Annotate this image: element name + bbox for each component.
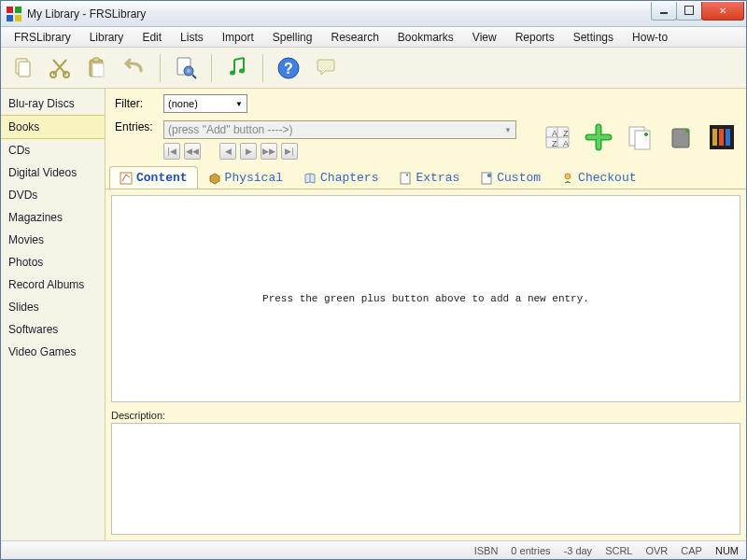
svg-rect-0: [7, 7, 13, 13]
nav-first-button[interactable]: |◀: [163, 143, 180, 160]
tab-chapters[interactable]: Chapters: [293, 166, 388, 189]
action-buttons: AZZA: [524, 120, 737, 152]
svg-rect-31: [719, 129, 724, 146]
physical-icon: [208, 172, 221, 185]
minimize-button[interactable]: [651, 2, 677, 21]
content-message: Press the green plus button above to add…: [262, 293, 589, 304]
menu-settings[interactable]: Settings: [564, 29, 623, 46]
search-page-button[interactable]: [170, 52, 202, 84]
statusbar: ISBN 0 entries -3 day SCRL OVR CAP NUM: [1, 540, 746, 559]
status-isbn: ISBN: [472, 545, 500, 556]
sidebar-item-video-games[interactable]: Video Games: [1, 341, 105, 363]
library-button[interactable]: [707, 122, 737, 152]
content-icon: [120, 172, 133, 185]
svg-text:A: A: [563, 139, 569, 148]
filter-row: Filter: (none) ▼: [106, 89, 746, 119]
svg-rect-1: [15, 7, 21, 13]
status-day: -3 day: [562, 545, 595, 556]
svg-rect-34: [401, 173, 410, 184]
tab-label: Custom: [497, 171, 541, 185]
menu-research[interactable]: Research: [321, 29, 388, 46]
sort-button[interactable]: AZZA: [543, 122, 572, 152]
sidebar-item-cds[interactable]: CDs: [1, 139, 105, 161]
comment-button[interactable]: [310, 52, 342, 84]
menubar: FRSLibraryLibraryEditListsImportSpelling…: [1, 27, 746, 48]
status-num: NUM: [713, 545, 740, 556]
new-folder-button[interactable]: [666, 122, 696, 152]
sidebar-item-books[interactable]: Books: [1, 115, 105, 139]
svg-line-14: [192, 75, 196, 78]
tab-checkout[interactable]: Checkout: [551, 166, 646, 189]
description-textbox[interactable]: [111, 423, 740, 535]
entries-placeholder: (press "Add" button ---->): [168, 123, 293, 136]
menu-frslibrary[interactable]: FRSLibrary: [5, 29, 80, 46]
window-title: My Library - FRSLibrary: [27, 7, 652, 21]
sidebar-item-movies[interactable]: Movies: [1, 229, 105, 251]
menu-lists[interactable]: Lists: [171, 29, 213, 46]
custom-icon: [480, 172, 493, 185]
filter-label: Filter:: [115, 97, 156, 110]
maximize-button[interactable]: [676, 2, 702, 21]
entries-label: Entries:: [115, 120, 156, 133]
help-button[interactable]: ?: [273, 52, 304, 84]
entries-combo[interactable]: (press "Add" button ---->) ▼: [163, 120, 516, 139]
sidebar-item-digital-videos[interactable]: Digital Videos: [1, 161, 105, 184]
paste-button[interactable]: [81, 52, 113, 84]
status-scrl: SCRL: [603, 545, 634, 556]
svg-point-15: [230, 70, 235, 75]
duplicate-button[interactable]: [625, 122, 655, 152]
nav-next-page-button[interactable]: ▶▶: [261, 143, 277, 160]
svg-rect-10: [92, 63, 104, 77]
menu-view[interactable]: View: [463, 29, 506, 46]
add-button[interactable]: [584, 122, 613, 152]
sidebar-item-dvds[interactable]: DVDs: [1, 184, 105, 206]
tabs: ContentPhysicalChaptersExtrasCustomCheck…: [106, 165, 746, 189]
sidebar-item-record-albums[interactable]: Record Albums: [1, 273, 105, 296]
tab-custom[interactable]: Custom: [470, 166, 551, 189]
menu-spelling[interactable]: Spelling: [263, 29, 322, 46]
description-area: Description:: [111, 408, 740, 535]
filter-value: (none): [168, 98, 198, 109]
svg-rect-3: [15, 15, 21, 21]
menu-library[interactable]: Library: [80, 29, 134, 46]
menu-edit[interactable]: Edit: [133, 29, 171, 46]
sidebar: Blu-ray DiscsBooksCDsDigital VideosDVDsM…: [1, 89, 106, 540]
close-button[interactable]: [701, 2, 744, 21]
music-button[interactable]: [221, 52, 253, 84]
nav-buttons: |◀ ◀◀ ◀ ▶ ▶▶ ▶|: [163, 143, 516, 160]
sidebar-item-magazines[interactable]: Magazines: [1, 206, 105, 229]
tab-extras[interactable]: Extras: [388, 166, 470, 189]
sidebar-item-softwares[interactable]: Softwares: [1, 318, 105, 341]
tab-content[interactable]: Content: [109, 166, 198, 189]
menu-bookmarks[interactable]: Bookmarks: [388, 29, 463, 46]
cut-button[interactable]: [44, 52, 76, 84]
status-cap: CAP: [679, 545, 704, 556]
svg-point-37: [565, 174, 571, 179]
menu-reports[interactable]: Reports: [506, 29, 564, 46]
sidebar-item-photos[interactable]: Photos: [1, 251, 105, 273]
svg-rect-32: [726, 129, 730, 146]
undo-button[interactable]: [119, 52, 150, 84]
nav-last-button[interactable]: ▶|: [281, 143, 298, 160]
nav-next-button[interactable]: ▶: [240, 143, 257, 160]
chevron-down-icon: ▼: [235, 100, 243, 108]
tab-physical[interactable]: Physical: [198, 166, 293, 189]
tab-label: Chapters: [320, 171, 378, 185]
filter-combo[interactable]: (none) ▼: [163, 94, 247, 113]
extras-icon: [399, 172, 412, 185]
svg-rect-5: [19, 62, 30, 77]
toolbar: ?: [1, 48, 746, 89]
entries-row: Entries: (press "Add" button ---->) ▼ |◀…: [106, 119, 746, 165]
status-ovr: OVR: [643, 545, 669, 556]
svg-text:Z: Z: [552, 139, 557, 148]
copy-button[interactable]: [7, 52, 38, 84]
nav-prev-button[interactable]: ◀: [219, 143, 236, 160]
menu-how-to[interactable]: How-to: [623, 29, 677, 46]
nav-prev-page-button[interactable]: ◀◀: [184, 143, 201, 160]
sidebar-item-blu-ray-discs[interactable]: Blu-ray Discs: [1, 92, 105, 115]
body: Blu-ray DiscsBooksCDsDigital VideosDVDsM…: [1, 89, 746, 540]
svg-rect-2: [7, 15, 13, 21]
menu-import[interactable]: Import: [213, 29, 263, 46]
sidebar-item-slides[interactable]: Slides: [1, 296, 105, 318]
description-label: Description:: [111, 408, 740, 423]
